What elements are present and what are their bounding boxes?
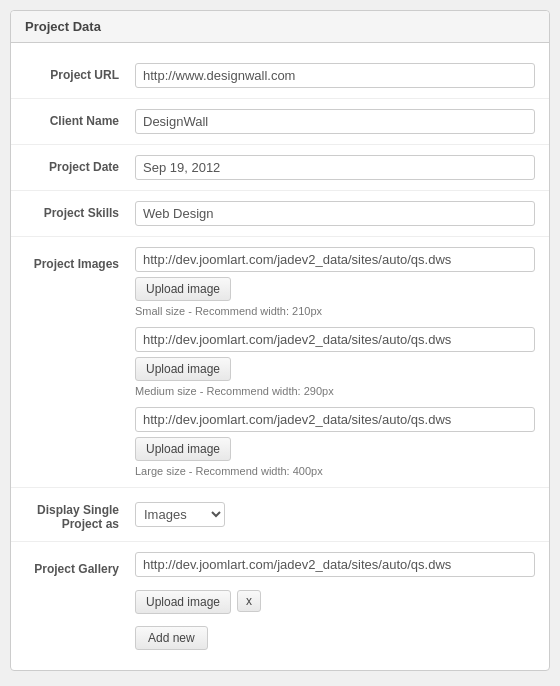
- project-skills-label: Project Skills: [25, 201, 135, 220]
- image-medium-url-input[interactable]: [135, 327, 535, 352]
- project-url-label: Project URL: [25, 63, 135, 82]
- project-images-wrap: Upload image Small size - Recommend widt…: [135, 247, 535, 477]
- client-name-row: Client Name: [11, 99, 549, 145]
- client-name-label: Client Name: [25, 109, 135, 128]
- display-single-wrap: Images Slideshow Video: [135, 502, 535, 527]
- project-gallery-wrap: Upload image x Add new: [135, 552, 535, 650]
- project-date-wrap: [135, 155, 535, 180]
- display-single-select[interactable]: Images Slideshow Video: [135, 502, 225, 527]
- project-date-input[interactable]: [135, 155, 535, 180]
- project-gallery-label: Project Gallery: [25, 552, 135, 576]
- upload-image-gallery-button[interactable]: Upload image: [135, 590, 231, 614]
- project-skills-wrap: [135, 201, 535, 226]
- upload-image-large-button[interactable]: Upload image: [135, 437, 231, 461]
- gallery-url-input[interactable]: [135, 552, 535, 577]
- project-images-label: Project Images: [25, 247, 135, 271]
- display-single-row: Display SingleProject as Images Slidesho…: [11, 488, 549, 542]
- client-name-input[interactable]: [135, 109, 535, 134]
- gallery-remove-button[interactable]: x: [237, 590, 261, 612]
- panel-title: Project Data: [11, 11, 549, 43]
- project-date-label: Project Date: [25, 155, 135, 174]
- gallery-item: [135, 552, 535, 577]
- project-skills-row: Project Skills: [11, 191, 549, 237]
- image-large-section: Upload image Large size - Recommend widt…: [135, 407, 535, 477]
- gallery-upload-row: Upload image x: [135, 585, 535, 616]
- image-small-hint: Small size - Recommend width: 210px: [135, 305, 535, 317]
- project-url-input[interactable]: [135, 63, 535, 88]
- project-url-wrap: [135, 63, 535, 88]
- image-large-url-input[interactable]: [135, 407, 535, 432]
- image-large-hint: Large size - Recommend width: 400px: [135, 465, 535, 477]
- project-images-row: Project Images Upload image Small size -…: [11, 237, 549, 488]
- project-gallery-row: Project Gallery Upload image x Add new: [11, 542, 549, 660]
- project-date-row: Project Date: [11, 145, 549, 191]
- project-data-panel: Project Data Project URL Client Name Pro…: [10, 10, 550, 671]
- upload-image-small-button[interactable]: Upload image: [135, 277, 231, 301]
- display-single-label: Display SingleProject as: [25, 498, 135, 531]
- image-small-url-input[interactable]: [135, 247, 535, 272]
- panel-body: Project URL Client Name Project Date Pro…: [11, 43, 549, 670]
- image-medium-section: Upload image Medium size - Recommend wid…: [135, 327, 535, 397]
- upload-image-medium-button[interactable]: Upload image: [135, 357, 231, 381]
- image-small-section: Upload image Small size - Recommend widt…: [135, 247, 535, 317]
- project-skills-input[interactable]: [135, 201, 535, 226]
- project-url-row: Project URL: [11, 53, 549, 99]
- image-medium-hint: Medium size - Recommend width: 290px: [135, 385, 535, 397]
- add-new-button[interactable]: Add new: [135, 626, 208, 650]
- client-name-wrap: [135, 109, 535, 134]
